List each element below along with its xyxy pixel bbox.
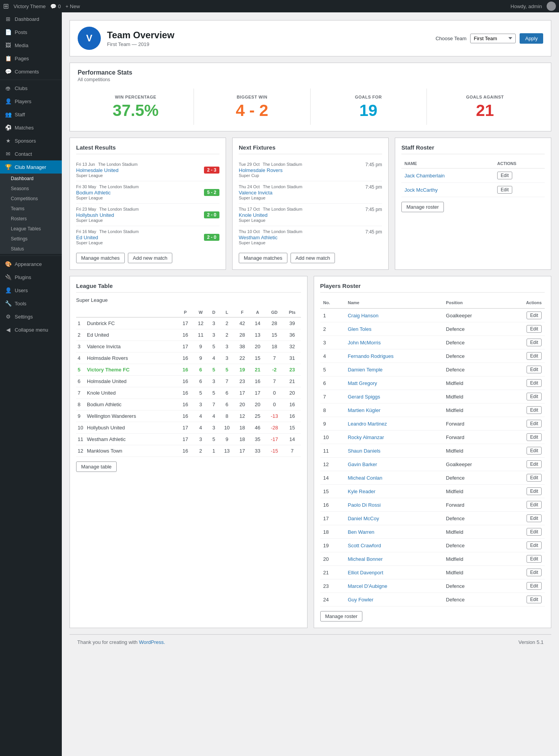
player-name-link[interactable]: Guy Fowler (348, 597, 373, 603)
player-edit-button[interactable]: Edit (527, 528, 542, 536)
staff-edit-button[interactable]: Edit (497, 172, 512, 179)
player-name-link[interactable]: Gavin Barker (348, 461, 377, 467)
manage-players-roster-button[interactable]: Manage roster (320, 611, 363, 621)
dashboard-icon: ⊞ (5, 15, 12, 22)
new-content-btn[interactable]: + New (66, 3, 80, 9)
sidebar-item-contact[interactable]: ✉Contact (0, 147, 62, 160)
player-edit-button[interactable]: Edit (527, 460, 542, 468)
staff-name-link[interactable]: Jack Chamberlain (404, 173, 445, 179)
player-edit-button[interactable]: Edit (527, 487, 542, 495)
player-name-link[interactable]: Micheal Conlan (348, 475, 382, 481)
sidebar-item-matches[interactable]: ⚽Matches (0, 121, 62, 134)
sidebar-item-club-manager[interactable]: 🏆Club Manager (0, 160, 62, 174)
sidebar-item-players[interactable]: 👤Players (0, 95, 62, 108)
player-name-link[interactable]: Damien Temple (348, 367, 382, 373)
player-edit-button[interactable]: Edit (527, 406, 542, 414)
sidebar-item-tools[interactable]: 🔧Tools (0, 297, 62, 310)
player-name-link[interactable]: Micheal Bonner (348, 556, 382, 562)
clubs-icon: 🏟 (5, 85, 12, 92)
player-name-link[interactable]: Paolo Di Rossi (348, 502, 381, 508)
manage-staff-roster-button[interactable]: Manage roster (401, 202, 444, 212)
sidebar-item-comments[interactable]: 💬Comments (0, 65, 62, 78)
comment-icon[interactable]: 💬 0 (50, 3, 61, 9)
player-edit-button[interactable]: Edit (527, 447, 542, 455)
player-name-link[interactable]: Elliot Davenport (348, 570, 383, 576)
submenu-item-settings[interactable]: Settings (0, 234, 62, 244)
player-edit-button[interactable]: Edit (527, 433, 542, 441)
player-name-link[interactable]: Fernando Rodrigues (348, 353, 394, 359)
player-name-link[interactable]: Scott Crawford (348, 543, 381, 548)
player-name-link[interactable]: Gerard Spiggs (348, 394, 380, 400)
staff-edit-button[interactable]: Edit (497, 186, 512, 194)
player-edit-button[interactable]: Edit (527, 474, 542, 482)
player-name-link[interactable]: Daniel McCoy (348, 516, 379, 521)
staff-name-link[interactable]: Jock McCarthy (404, 187, 438, 193)
player-edit-button[interactable]: Edit (527, 514, 542, 522)
manage-table-button[interactable]: Manage table (76, 461, 117, 472)
version-label: Version 5.1 (518, 639, 544, 645)
add-new-fixture-button[interactable]: Add new match (291, 253, 335, 263)
player-name-link[interactable]: Rocky Almanzar (348, 434, 384, 440)
player-edit-button[interactable]: Edit (527, 420, 542, 427)
player-row: 17 Daniel McCoy Defence Edit (320, 512, 545, 525)
player-row: 2 Glen Toles Defence Edit (320, 322, 545, 336)
sidebar-item-posts[interactable]: 📄Posts (0, 26, 62, 39)
sidebar-item-plugins[interactable]: 🔌Plugins (0, 271, 62, 284)
sidebar-item-pages[interactable]: 📋Pages (0, 52, 62, 65)
player-name-link[interactable]: Kyle Reader (348, 489, 375, 494)
sidebar-item-settings[interactable]: ⚙Settings (0, 310, 62, 323)
comments-icon: 💬 (5, 68, 12, 75)
apply-button[interactable]: Apply (520, 33, 543, 44)
manage-matches-button[interactable]: Manage matches (76, 253, 125, 263)
player-edit-button[interactable]: Edit (527, 352, 542, 360)
league-table-subtitle: Super League (76, 297, 301, 303)
sidebar-item-users[interactable]: 👤Users (0, 284, 62, 297)
player-edit-button[interactable]: Edit (527, 569, 542, 576)
submenu-item-competitions[interactable]: Competitions (0, 194, 62, 204)
site-name[interactable]: Victory Theme (14, 3, 46, 9)
sidebar-item-media[interactable]: 🖼Media (0, 39, 62, 52)
player-name-link[interactable]: Matt Gregory (348, 380, 377, 386)
submenu-item-dashboard[interactable]: Dashboard (0, 174, 62, 184)
sidebar-item-staff[interactable]: 👥Staff (0, 108, 62, 121)
result-row: Fri 23 MayThe London Stadium Hollybush U… (76, 204, 219, 226)
submenu-item-league-tables[interactable]: League Tables (0, 224, 62, 234)
player-name-link[interactable]: Ben Warren (348, 529, 374, 535)
player-edit-button[interactable]: Edit (527, 582, 542, 590)
submenu-item-teams[interactable]: Teams (0, 204, 62, 214)
player-name-link[interactable]: Glen Toles (348, 326, 371, 332)
manage-fixtures-button[interactable]: Manage matches (239, 253, 287, 263)
player-edit-button[interactable]: Edit (527, 312, 542, 319)
sidebar-item-clubs[interactable]: 🏟Clubs (0, 82, 62, 95)
submenu-item-rosters[interactable]: Rosters (0, 214, 62, 224)
player-name-link[interactable]: Leandro Martinez (348, 421, 387, 427)
wordpress-link[interactable]: WordPress. (139, 639, 165, 645)
matches-icon: ⚽ (5, 124, 12, 131)
player-name-link[interactable]: Martien Kügler (348, 407, 381, 413)
submenu-item-seasons[interactable]: Seasons (0, 184, 62, 194)
sidebar-item-appearance[interactable]: 🎨Appearance (0, 257, 62, 271)
sponsors-icon: ★ (5, 137, 12, 144)
settings-icon: ⚙ (5, 313, 12, 320)
player-name-link[interactable]: Marcel D'Aubigne (348, 583, 387, 589)
player-name-link[interactable]: John McMorris (348, 340, 381, 346)
player-edit-button[interactable]: Edit (527, 541, 542, 549)
player-edit-button[interactable]: Edit (527, 501, 542, 509)
player-edit-button[interactable]: Edit (527, 596, 542, 603)
sidebar-item-sponsors[interactable]: ★Sponsors (0, 134, 62, 147)
player-edit-button[interactable]: Edit (527, 555, 542, 563)
player-name-link[interactable]: Craig Hanson (348, 313, 379, 318)
player-edit-button[interactable]: Edit (527, 393, 542, 400)
player-edit-button[interactable]: Edit (527, 379, 542, 387)
add-new-match-button[interactable]: Add new match (128, 253, 173, 263)
players-table: No. Name Position Actions 1 Craig Hanson… (320, 297, 545, 606)
player-name-link[interactable]: Shaun Daniels (348, 448, 381, 454)
player-edit-button[interactable]: Edit (527, 339, 542, 346)
sidebar-item-dashboard[interactable]: ⊞Dashboard (0, 12, 62, 26)
fixture-row: Thu 17 OctThe London Stadium Knole Unite… (239, 204, 382, 226)
player-edit-button[interactable]: Edit (527, 366, 542, 373)
team-select[interactable]: First Team Reserve Team Youth Team (470, 34, 516, 43)
player-edit-button[interactable]: Edit (527, 325, 542, 333)
submenu-item-status[interactable]: Status (0, 244, 62, 254)
sidebar-item-collapse[interactable]: ◀Collapse menu (0, 323, 62, 336)
